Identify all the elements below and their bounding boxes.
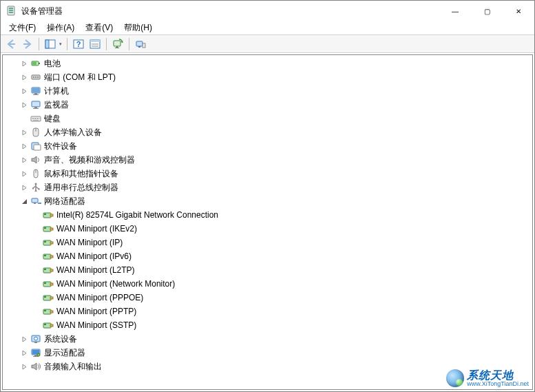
tree-node-label: WAN Miniport (PPTP) <box>56 307 136 316</box>
toolbar-separator <box>39 38 39 50</box>
expand-icon[interactable] <box>19 334 29 344</box>
display-icon <box>30 347 41 358</box>
tree-node[interactable]: Intel(R) 82574L Gigabit Network Connecti… <box>3 208 532 222</box>
tree-node[interactable]: 人体学输入设备 <box>3 125 532 139</box>
netcard-icon <box>43 278 54 289</box>
tree-node[interactable]: WAN Miniport (IP) <box>3 236 532 249</box>
hid-icon <box>30 127 41 138</box>
tree-node-label: 端口 (COM 和 LPT) <box>44 72 116 83</box>
tree-node[interactable]: 监视器 <box>3 98 532 112</box>
tree-node-label: WAN Miniport (Network Monitor) <box>56 279 175 289</box>
tree-node-label: 鼠标和其他指针设备 <box>44 168 118 180</box>
maximize-button[interactable]: ▢ <box>471 1 503 21</box>
tree-node[interactable]: WAN Miniport (IPv6) <box>3 249 532 263</box>
tree-node[interactable]: 鼠标和其他指针设备 <box>3 167 532 180</box>
expand-icon[interactable] <box>19 86 29 96</box>
software-icon <box>30 141 41 152</box>
window-controls: — ▢ ✕ <box>439 1 534 21</box>
watermark-url: www.XiTongTianDi.net <box>467 381 529 387</box>
tree-node[interactable]: 系统设备 <box>3 332 532 346</box>
tree-node[interactable]: WAN Miniport (IKEv2) <box>3 222 532 236</box>
help-button[interactable] <box>71 37 86 52</box>
expand-icon[interactable] <box>19 72 29 82</box>
window-title: 设备管理器 <box>21 6 63 17</box>
tree-node[interactable]: 键盘 <box>3 112 532 125</box>
collapse-icon[interactable] <box>19 196 29 206</box>
tree-node[interactable]: 声音、视频和游戏控制器 <box>3 153 532 167</box>
tree-node-label: 电池 <box>44 58 61 70</box>
mouse-icon <box>30 168 41 179</box>
netcard-icon <box>43 209 54 220</box>
netcard-icon <box>43 306 54 317</box>
expand-icon[interactable] <box>19 362 29 371</box>
expand-icon[interactable] <box>19 169 29 178</box>
tree-node[interactable]: WAN Miniport (L2TP) <box>3 263 532 277</box>
show-hide-tree-button[interactable] <box>43 37 58 52</box>
expand-icon[interactable] <box>19 100 29 110</box>
menu-help[interactable]: 帮助(H) <box>118 21 158 35</box>
watermark-icon <box>446 369 464 387</box>
tree-node[interactable]: WAN Miniport (SSTP) <box>3 318 532 332</box>
tree-node-label: 系统设备 <box>44 333 77 345</box>
tree-node[interactable]: 端口 (COM 和 LPT) <box>3 70 532 84</box>
menu-file[interactable]: 文件(F) <box>3 21 41 35</box>
tree-node-label: WAN Miniport (IKEv2) <box>56 224 137 234</box>
tree-node-label: 软件设备 <box>44 141 77 152</box>
netcard-icon <box>43 265 54 276</box>
computer-icon <box>30 85 41 96</box>
tree-node-label: 网络适配器 <box>44 196 85 207</box>
tree-node-label: 计算机 <box>44 85 69 97</box>
device-tree[interactable]: 电池端口 (COM 和 LPT)计算机监视器键盘人体学输入设备软件设备声音、视频… <box>2 54 533 390</box>
tree-node-label: WAN Miniport (IP) <box>56 238 123 247</box>
expand-icon[interactable] <box>19 348 29 358</box>
close-button[interactable]: ✕ <box>503 1 534 21</box>
monitor-icon <box>30 99 41 110</box>
scan-hardware-button[interactable] <box>110 37 125 52</box>
tree-node[interactable]: 电池 <box>3 56 532 70</box>
usb-icon <box>30 182 41 193</box>
tree-node[interactable]: WAN Miniport (PPPOE) <box>3 291 532 305</box>
properties-button[interactable] <box>87 37 103 52</box>
expand-icon[interactable] <box>19 155 29 165</box>
devices-printers-button[interactable] <box>133 37 148 52</box>
expand-icon[interactable] <box>19 141 29 151</box>
expand-icon[interactable] <box>19 127 29 137</box>
back-button[interactable] <box>3 37 19 52</box>
toolbar-separator <box>129 38 129 50</box>
system-icon <box>30 333 41 344</box>
app-icon <box>6 6 17 17</box>
tree-node-label: 音频输入和输出 <box>44 361 102 373</box>
sound-icon <box>30 154 41 165</box>
tree-node[interactable]: 计算机 <box>3 84 532 98</box>
expand-icon[interactable] <box>19 59 29 68</box>
tree-node-label: WAN Miniport (IPv6) <box>56 251 132 261</box>
watermark: 系统天地 www.XiTongTianDi.net <box>446 369 529 387</box>
watermark-title: 系统天地 <box>467 370 529 381</box>
minimize-button[interactable]: — <box>439 1 471 21</box>
audio-icon <box>30 361 41 372</box>
tree-node-label: Intel(R) 82574L Gigabit Network Connecti… <box>56 210 218 220</box>
show-hide-dropdown-icon[interactable]: ▾ <box>58 37 63 52</box>
tree-node[interactable]: 网络适配器 <box>3 194 532 208</box>
tree-node-label: 键盘 <box>44 113 61 125</box>
tree-node[interactable]: WAN Miniport (Network Monitor) <box>3 277 532 291</box>
forward-button[interactable] <box>20 37 35 52</box>
tree-node[interactable]: WAN Miniport (PPTP) <box>3 305 532 318</box>
netcard-icon <box>43 237 54 248</box>
netcard-icon <box>43 251 54 262</box>
tree-node[interactable]: 通用串行总线控制器 <box>3 180 532 194</box>
tree-node-label: 显示适配器 <box>44 347 85 359</box>
netcard-icon <box>43 292 54 303</box>
tree-node-label: 通用串行总线控制器 <box>44 182 118 194</box>
expand-icon[interactable] <box>19 183 29 192</box>
netcard-icon <box>43 223 54 234</box>
tree-node[interactable]: 软件设备 <box>3 139 532 153</box>
tree-node-label: WAN Miniport (SSTP) <box>56 320 136 330</box>
menu-view[interactable]: 查看(V) <box>80 21 118 35</box>
titlebar: 设备管理器 — ▢ ✕ <box>1 1 534 21</box>
port-icon <box>30 72 41 83</box>
battery-icon <box>30 58 41 69</box>
toolbar: ▾ <box>1 35 534 53</box>
menu-action[interactable]: 操作(A) <box>41 21 80 35</box>
tree-node[interactable]: 显示适配器 <box>3 346 532 360</box>
